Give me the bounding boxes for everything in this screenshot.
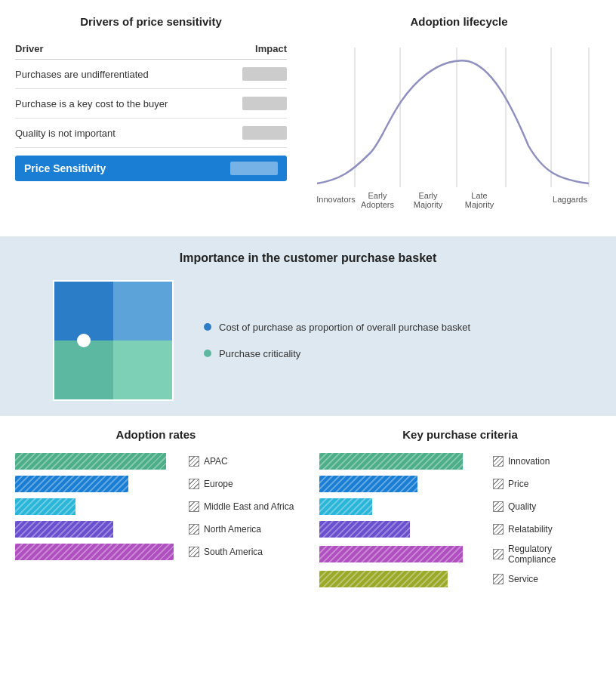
bar-row: Relatability xyxy=(319,521,601,538)
bar-icon xyxy=(189,456,199,467)
legend-text: Purchase criticality xyxy=(219,348,300,359)
table-row: Quality is not important Medium xyxy=(15,119,287,148)
bar-text: Service xyxy=(508,574,538,584)
bar-row: Innovation xyxy=(319,453,601,470)
bar-text: Innovation xyxy=(508,456,550,467)
impact-cell: Medium xyxy=(226,89,287,119)
bar-container xyxy=(319,498,485,515)
bar-icon xyxy=(493,479,504,489)
bar-container xyxy=(15,521,181,538)
bar-container xyxy=(15,476,181,492)
bar-text: Relatability xyxy=(508,524,553,535)
drivers-title: Drivers of price sensitivity xyxy=(15,15,287,28)
quadrant-bottom-right xyxy=(113,340,172,399)
svg-text:Early: Early xyxy=(368,191,387,200)
svg-text:Late: Late xyxy=(471,191,487,200)
bar xyxy=(15,453,166,470)
bar-label: Regulatory Compliance xyxy=(493,544,601,565)
key-purchase-title: Key purchase criteria xyxy=(319,428,601,441)
bar-row: Europe xyxy=(15,476,297,492)
bar xyxy=(319,498,372,515)
bar xyxy=(15,521,113,538)
bar xyxy=(319,521,410,538)
bar-container xyxy=(319,571,485,587)
bar-container xyxy=(15,498,181,515)
bar-icon xyxy=(493,501,504,512)
svg-text:Adopters: Adopters xyxy=(361,200,395,209)
table-row: Purchases are undifferentiated Medium xyxy=(15,60,287,89)
key-purchase-panel: Key purchase criteria Innovation Price xyxy=(312,428,608,593)
bar xyxy=(319,571,448,587)
svg-text:Innovators: Innovators xyxy=(316,195,356,204)
bar xyxy=(15,476,128,492)
middle-title: Importance in the customer purchase bask… xyxy=(23,251,593,265)
bar-row: Regulatory Compliance xyxy=(319,544,601,565)
bar-label: Innovation xyxy=(493,456,550,467)
bar-row: Quality xyxy=(319,498,601,515)
legend-text: Cost of purchase as proportion of overal… xyxy=(219,322,470,333)
price-sensitivity-label: Price Sensitivity xyxy=(24,162,106,174)
legend-item: Cost of purchase as proportion of overal… xyxy=(204,322,470,333)
bar-container xyxy=(15,544,181,560)
driver-cell: Purchase is a key cost to the buyer xyxy=(15,89,226,119)
bar-icon xyxy=(189,479,199,489)
bar xyxy=(319,453,463,470)
bar-icon xyxy=(493,524,504,535)
bar xyxy=(319,546,463,562)
middle-section: Importance in the customer purchase bask… xyxy=(0,236,616,416)
bar-label: Relatability xyxy=(493,524,553,535)
svg-text:Early: Early xyxy=(418,191,438,200)
key-purchase-chart: Innovation Price Quality xyxy=(319,453,601,587)
adoption-panel: Adoption lifecycle Innovators Early Adop… xyxy=(302,8,616,229)
drivers-panel: Drivers of price sensitivity Driver Impa… xyxy=(0,8,302,229)
driver-col-header: Driver xyxy=(15,40,226,60)
table-row: Purchase is a key cost to the buyer Medi… xyxy=(15,89,287,119)
bar-text: South America xyxy=(204,547,263,557)
bar-container xyxy=(319,476,485,492)
impact-cell: Medium xyxy=(226,60,287,89)
adoption-rates-title: Adoption rates xyxy=(15,428,297,441)
legend-dot xyxy=(204,323,211,331)
bar-row: APAC xyxy=(15,453,297,470)
bar-icon xyxy=(189,547,199,557)
bar xyxy=(15,544,174,560)
bar-container xyxy=(15,453,181,470)
svg-text:Majority: Majority xyxy=(465,200,494,209)
svg-text:Laggards: Laggards xyxy=(553,195,587,204)
bar-text: APAC xyxy=(204,456,228,467)
bar xyxy=(15,498,75,515)
bar-container xyxy=(319,546,485,562)
quadrant-legend: Cost of purchase as proportion of overal… xyxy=(204,322,470,359)
bar-row: North America xyxy=(15,521,297,538)
bar-row: Service xyxy=(319,571,601,587)
driver-table: Driver Impact Purchases are undifferenti… xyxy=(15,40,287,148)
bar-container xyxy=(319,453,485,470)
adoption-title: Adoption lifecycle xyxy=(310,15,608,28)
svg-text:Majority: Majority xyxy=(414,200,443,209)
driver-cell: Purchases are undifferentiated xyxy=(15,60,226,89)
bar-text: Regulatory Compliance xyxy=(508,544,601,565)
impact-col-header: Impact xyxy=(226,40,287,60)
price-sensitivity-row[interactable]: Price Sensitivity Medium xyxy=(15,156,287,181)
quadrant-chart xyxy=(53,280,174,401)
bar-text: Middle East and Africa xyxy=(204,501,294,512)
bar-icon xyxy=(189,524,199,535)
bar-label: Quality xyxy=(493,501,536,512)
quadrant-top-right xyxy=(113,282,172,340)
bar-label: Service xyxy=(493,574,538,584)
bar-container xyxy=(319,521,485,538)
bar-label: Price xyxy=(493,479,528,489)
adoption-chart: Innovators Early Adopters Early Majority… xyxy=(310,40,608,221)
bar-text: Quality xyxy=(508,501,536,512)
bar-label: Middle East and Africa xyxy=(189,501,294,512)
bar-row: Middle East and Africa xyxy=(15,498,297,515)
bar-label: South America xyxy=(189,547,263,557)
bar xyxy=(319,476,417,492)
driver-cell: Quality is not important xyxy=(15,119,226,148)
quadrant-top-left xyxy=(54,282,113,340)
impact-cell: Medium xyxy=(226,119,287,148)
bar-text: North America xyxy=(204,524,261,535)
bar-text: Price xyxy=(508,479,528,489)
quadrant-bottom-left xyxy=(54,340,113,399)
bar-row: South America xyxy=(15,544,297,560)
